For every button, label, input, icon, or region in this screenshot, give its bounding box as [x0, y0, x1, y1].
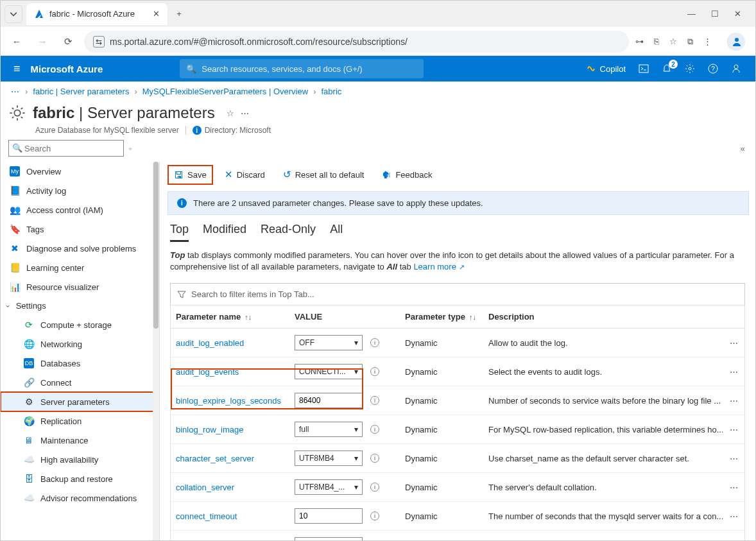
- url-field[interactable]: ⇆ ms.portal.azure.com/#@microsoft.onmicr…: [84, 31, 629, 53]
- value-select[interactable]: OFF▾: [295, 335, 363, 350]
- sidebar-scrollbar[interactable]: [153, 162, 159, 541]
- param-name-link[interactable]: audit_log_events: [176, 367, 239, 377]
- nav-activity-log[interactable]: 📘Activity log: [1, 181, 159, 200]
- info-icon[interactable]: i: [370, 425, 379, 434]
- param-name-link[interactable]: connect_timeout: [176, 511, 237, 521]
- nav-advisor[interactable]: ☁️Advisor recommendations: [1, 488, 159, 508]
- info-icon[interactable]: i: [370, 338, 379, 347]
- expand-group-icon[interactable]: ◦: [129, 144, 132, 153]
- learn-more-link[interactable]: Learn more ↗: [413, 262, 464, 271]
- param-name-link[interactable]: character_set_server: [176, 454, 254, 463]
- value-select[interactable]: UTF8MB4▾: [295, 451, 363, 466]
- nav-databases[interactable]: DBDatabases: [1, 354, 159, 373]
- bookmark-icon[interactable]: ☆: [669, 37, 677, 46]
- install-icon[interactable]: ⎘: [654, 37, 659, 46]
- row-menu[interactable]: ⋯: [723, 361, 744, 383]
- nav-settings-group[interactable]: ›Settings: [1, 296, 159, 315]
- feedback-button[interactable]: 🗣Feedback: [377, 166, 437, 184]
- value-input[interactable]: [295, 508, 363, 524]
- minimize-icon[interactable]: —: [687, 9, 696, 19]
- info-icon[interactable]: i: [370, 511, 379, 520]
- menu-icon[interactable]: ⋮: [703, 37, 712, 46]
- info-icon[interactable]: i: [370, 483, 379, 492]
- nav-replication[interactable]: 🌍Replication: [1, 411, 159, 431]
- notifications-icon[interactable]: 2: [662, 64, 672, 74]
- nav-visualizer[interactable]: 📊Resource visualizer: [1, 277, 159, 296]
- tab-all[interactable]: All: [330, 223, 343, 242]
- nav-diagnose[interactable]: ✖︎Diagnose and solve problems: [1, 239, 159, 258]
- help-icon[interactable]: ?: [708, 64, 718, 74]
- browser-tab[interactable]: fabric - Microsoft Azure ✕: [26, 3, 168, 25]
- nav-maintenance[interactable]: 🖥Maintenance: [1, 431, 159, 450]
- reload-button[interactable]: ⟳: [58, 32, 78, 51]
- global-search[interactable]: 🔍 Search resources, services, and docs (…: [180, 59, 424, 78]
- value-select[interactable]: CONNECTI...▾: [295, 364, 363, 379]
- close-window-icon[interactable]: ✕: [734, 9, 741, 19]
- row-menu[interactable]: ⋯: [723, 418, 744, 441]
- maximize-icon[interactable]: ☐: [711, 9, 719, 19]
- extensions-icon[interactable]: ⧉: [687, 37, 693, 47]
- nav-high-availability[interactable]: ☁️High availability: [1, 450, 159, 469]
- cloudshell-icon[interactable]: [639, 64, 649, 74]
- save-button[interactable]: 🖫Save: [169, 166, 212, 184]
- info-icon[interactable]: i: [370, 367, 379, 376]
- param-name-link[interactable]: binlog_row_image: [176, 425, 244, 434]
- new-tab-button[interactable]: +: [170, 5, 188, 23]
- filter-input[interactable]: Search to filter items in Top Tab...: [170, 283, 745, 305]
- param-name-link[interactable]: collation_server: [176, 483, 234, 492]
- col-type[interactable]: Parameter type↑↓: [400, 305, 483, 328]
- param-name-link[interactable]: audit_log_enabled: [176, 338, 244, 348]
- row-menu[interactable]: ⋯: [723, 476, 744, 499]
- row-menu[interactable]: ⋯: [723, 505, 744, 528]
- collapse-sidebar-icon[interactable]: «: [741, 144, 745, 153]
- breadcrumb-item[interactable]: fabric: [321, 87, 341, 96]
- nav-networking[interactable]: 🌐Networking: [1, 334, 159, 354]
- nav-compute[interactable]: ⟳Compute + storage: [1, 315, 159, 334]
- more-icon[interactable]: ⋯: [241, 108, 249, 118]
- tab-modified[interactable]: Modified: [203, 223, 246, 242]
- info-icon[interactable]: i: [370, 396, 379, 405]
- col-desc[interactable]: Description: [483, 305, 723, 328]
- sidebar-search-input[interactable]: [8, 140, 124, 157]
- col-value[interactable]: VALUE: [289, 305, 400, 328]
- tab-list-button[interactable]: [4, 5, 22, 23]
- breadcrumb-item[interactable]: MySQLFlexibleServerParameters | Overview: [142, 87, 308, 96]
- row-menu[interactable]: ⋯: [723, 332, 744, 354]
- value-input[interactable]: [295, 393, 363, 408]
- tab-top[interactable]: Top: [170, 223, 189, 242]
- tag-icon: 🔖: [10, 224, 20, 234]
- forward-button[interactable]: →: [33, 32, 52, 51]
- reset-button[interactable]: ↺Reset all to default: [278, 166, 370, 184]
- row-menu[interactable]: ⋯: [723, 447, 744, 470]
- profile-avatar[interactable]: [727, 33, 745, 51]
- breadcrumb-ellipsis[interactable]: ⋯: [11, 87, 20, 96]
- col-name[interactable]: Parameter name↑↓: [171, 305, 289, 328]
- password-icon[interactable]: ⊶: [635, 37, 644, 46]
- nav-iam[interactable]: 👥Access control (IAM): [1, 200, 159, 219]
- brand[interactable]: Microsoft Azure: [31, 64, 103, 74]
- nav-connect[interactable]: 🔗Connect: [1, 373, 159, 392]
- tab-readonly[interactable]: Read-Only: [261, 223, 316, 242]
- value-select[interactable]: full▾: [295, 422, 363, 437]
- value-select[interactable]: UTF8MB4_...▾: [295, 479, 363, 495]
- nav-server-parameters[interactable]: ⚙Server parameters: [1, 392, 159, 411]
- nav-learning[interactable]: 📒Learning center: [1, 258, 159, 277]
- param-name-link[interactable]: binlog_expire_logs_seconds: [176, 396, 281, 406]
- close-tab-icon[interactable]: ✕: [153, 9, 160, 19]
- breadcrumb-item[interactable]: fabric | Server parameters: [33, 87, 129, 96]
- info-icon[interactable]: i: [370, 454, 379, 463]
- site-info-icon[interactable]: ⇆: [93, 36, 105, 47]
- hamburger-icon[interactable]: ≡: [6, 62, 28, 76]
- value-select[interactable]: OFF▾: [295, 537, 363, 541]
- nav-backup[interactable]: 🗄Backup and restore: [1, 469, 159, 488]
- settings-icon[interactable]: [685, 64, 695, 74]
- back-button[interactable]: ←: [7, 32, 26, 51]
- copilot-button[interactable]: Copilot: [586, 64, 626, 74]
- feedback-icon[interactable]: [731, 64, 741, 74]
- discard-button[interactable]: ✕Discard: [219, 166, 270, 184]
- nav-tags[interactable]: 🔖Tags: [1, 219, 159, 239]
- pin-icon[interactable]: ☆: [227, 108, 234, 118]
- row-menu[interactable]: ⋯: [723, 534, 744, 541]
- row-menu[interactable]: ⋯: [723, 390, 744, 412]
- nav-overview[interactable]: MyOverview: [1, 162, 159, 181]
